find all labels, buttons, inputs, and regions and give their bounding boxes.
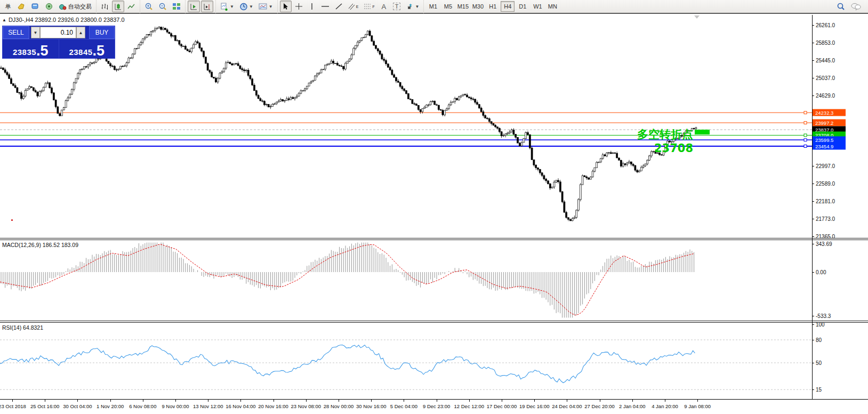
price-tick-label: 26261.0 [816, 22, 835, 28]
time-tick [175, 400, 176, 402]
candlestick-chart-icon [114, 3, 122, 10]
axis-tick [812, 363, 814, 363]
timeframe-button-d1[interactable]: D1 [516, 1, 529, 12]
zoom-in-button[interactable] [142, 1, 155, 12]
rsi-tick-label: 80 [816, 337, 822, 343]
rsi-tick-label: 15 [816, 387, 822, 393]
time-tick [534, 400, 535, 402]
new-order-label: 单 [5, 3, 11, 11]
timeframe-button-h1[interactable]: H1 [486, 1, 500, 12]
rsi-panel[interactable] [0, 323, 812, 399]
axis-tick [812, 166, 814, 166]
axis-tick [812, 244, 814, 244]
axis-tick [812, 272, 814, 273]
timeframe-button-w1[interactable]: W1 [531, 1, 544, 12]
auto-scroll-button[interactable] [188, 1, 200, 12]
cursor-icon [282, 3, 289, 10]
axis-tick [812, 340, 814, 340]
axis-tick [812, 316, 814, 316]
indicators-button[interactable]: ▼ [218, 1, 236, 12]
periods-dropdown-caret[interactable]: ▼ [249, 4, 253, 9]
buy-price-main: 23845 [69, 47, 92, 57]
crosshair-icon [295, 3, 303, 10]
arrows-button[interactable]: ▼ [404, 1, 421, 12]
fibonacci-button[interactable]: F [361, 1, 376, 12]
timeframe-button-h4[interactable]: H4 [501, 1, 515, 12]
candlestick-chart-button[interactable] [112, 1, 124, 12]
text-label-button[interactable]: T [391, 1, 403, 12]
line-chart-button[interactable] [125, 1, 138, 12]
toolbar-group-charttype [96, 0, 140, 13]
timeframe-button-m15[interactable]: M15 [456, 1, 470, 12]
time-axis[interactable]: 23 Oct 201825 Oct 16:0030 Oct 04:001 Nov… [0, 399, 868, 414]
charts-window-icon[interactable] [29, 1, 42, 12]
equidistant-channel-button[interactable]: E [346, 1, 361, 12]
volume-decrease-button[interactable]: ▼ [31, 27, 40, 38]
volume-input[interactable] [40, 27, 76, 38]
bar-chart-icon [101, 3, 109, 10]
timeframe-button-m1[interactable]: M1 [426, 1, 440, 12]
time-tick [110, 400, 111, 402]
periods-button[interactable]: ▼ [237, 1, 255, 12]
pivot-annotation-text[interactable]: 多空转折点23708 [598, 127, 693, 155]
bar-chart-button[interactable] [99, 1, 111, 12]
price-tick-label: 25037.0 [816, 75, 835, 81]
channel-icon [348, 3, 356, 10]
volume-increase-button[interactable]: ▲ [76, 27, 85, 38]
channel-suffix: E [356, 5, 359, 9]
text-tool-button[interactable]: A [378, 1, 390, 12]
profile-icon[interactable] [15, 1, 28, 12]
chart-shift-icon [203, 3, 211, 10]
templates-dropdown-caret[interactable]: ▼ [269, 4, 273, 9]
buy-price-frac: .5 [93, 45, 105, 57]
zoom-out-icon [158, 3, 167, 11]
timeframe-button-m30[interactable]: M30 [471, 1, 485, 12]
arrows-dropdown-caret[interactable]: ▼ [415, 4, 419, 9]
tile-windows-button[interactable] [170, 1, 183, 12]
new-order-button[interactable]: 单 [2, 1, 14, 12]
price-tick-label: 21773.0 [816, 216, 835, 222]
chart-shift-marker-icon[interactable] [694, 15, 700, 19]
time-label: 24 Dec 04:00 [552, 403, 582, 409]
symbol-ohlc-readout: ▲ DJ30-,H4 23892.0 23926.0 23800.0 23837… [2, 17, 125, 23]
rsi-indicator-label: RSI(14) 64.8321 [2, 324, 43, 331]
timeframe-button-mn[interactable]: MN [545, 1, 559, 12]
crosshair-button[interactable] [293, 1, 305, 12]
buy-button[interactable]: BUY [89, 26, 115, 39]
pivot-annotation-rectangle[interactable] [695, 130, 710, 134]
panel-separator[interactable] [0, 238, 868, 240]
clock-icon [239, 3, 248, 11]
search-button[interactable] [834, 1, 847, 12]
price-tick-label: 21365.0 [816, 234, 835, 240]
time-tick [143, 400, 143, 402]
buy-price[interactable]: 23845 .5 [59, 39, 115, 58]
vertical-line-icon [309, 3, 315, 10]
sell-arrow-marker [11, 219, 13, 221]
trendline-button[interactable] [333, 1, 345, 12]
cursor-button[interactable] [280, 1, 292, 12]
vertical-line-button[interactable] [306, 1, 318, 12]
chat-icon [850, 3, 861, 11]
time-tick [208, 400, 208, 402]
axis-tick [812, 78, 814, 78]
time-tick [600, 400, 600, 402]
sell-price[interactable]: 23835 .5 [3, 39, 59, 58]
signals-icon[interactable] [43, 1, 55, 12]
zoom-out-button[interactable] [156, 1, 169, 12]
axis-tick [812, 60, 814, 61]
macd-panel[interactable] [0, 241, 812, 321]
sell-button[interactable]: SELL [3, 26, 29, 39]
horizontal-line-button[interactable] [319, 1, 332, 12]
main-chart[interactable] [0, 15, 812, 238]
panel-separator[interactable] [0, 321, 868, 323]
sell-price-main: 23835 [13, 47, 36, 57]
chat-button[interactable] [848, 1, 863, 12]
time-tick [371, 400, 372, 402]
price-tick-label: 24629.0 [816, 93, 835, 99]
timeframe-button-m5[interactable]: M5 [441, 1, 455, 12]
autotrade-button[interactable]: 自动交易 [57, 1, 94, 12]
chart-shift-button[interactable] [201, 1, 213, 12]
indicators-dropdown-caret[interactable]: ▼ [230, 4, 234, 9]
time-tick [45, 400, 45, 402]
templates-button[interactable]: ▼ [256, 1, 275, 12]
